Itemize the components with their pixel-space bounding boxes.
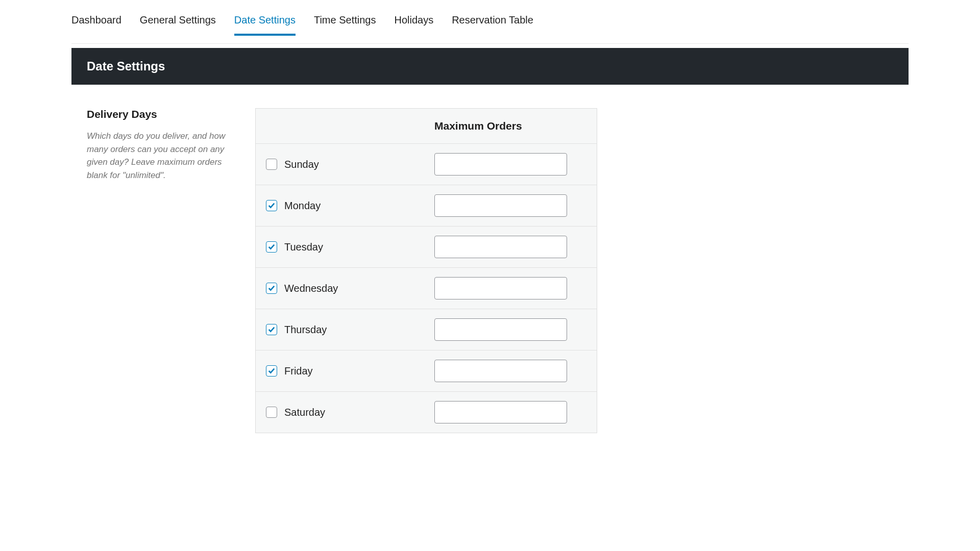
tab-holidays[interactable]: Holidays xyxy=(394,14,433,35)
day-label: Thursday xyxy=(284,324,327,336)
day-label: Sunday xyxy=(284,159,319,170)
table-row: Monday xyxy=(256,185,597,227)
content-area: Delivery Days Which days do you deliver,… xyxy=(71,85,909,433)
day-label: Wednesday xyxy=(284,283,338,294)
max-orders-input-tuesday[interactable] xyxy=(434,236,567,258)
max-orders-input-wednesday[interactable] xyxy=(434,277,567,299)
day-label: Monday xyxy=(284,200,321,212)
table-row: Thursday xyxy=(256,309,597,350)
tab-reservation-table[interactable]: Reservation Table xyxy=(452,14,533,35)
day-checkbox-sunday[interactable] xyxy=(266,159,277,170)
tab-dashboard[interactable]: Dashboard xyxy=(71,14,121,35)
day-checkbox-friday[interactable] xyxy=(266,365,277,377)
max-orders-input-thursday[interactable] xyxy=(434,318,567,341)
table-row: Friday xyxy=(256,350,597,392)
table-header-row: Maximum Orders xyxy=(256,109,597,144)
table-row: Sunday xyxy=(256,144,597,185)
day-label: Saturday xyxy=(284,407,325,418)
section-title: Delivery Days xyxy=(87,108,240,120)
tab-date-settings[interactable]: Date Settings xyxy=(234,14,296,35)
max-orders-input-friday[interactable] xyxy=(434,360,567,382)
tab-time-settings[interactable]: Time Settings xyxy=(314,14,376,35)
day-checkbox-tuesday[interactable] xyxy=(266,241,277,253)
day-checkbox-wednesday[interactable] xyxy=(266,283,277,294)
max-orders-input-saturday[interactable] xyxy=(434,401,567,423)
day-label: Friday xyxy=(284,365,313,377)
max-orders-input-sunday[interactable] xyxy=(434,153,567,176)
section-description: Which days do you deliver, and how many … xyxy=(87,130,240,182)
table-row: Saturday xyxy=(256,392,597,433)
section-sidebar: Delivery Days Which days do you deliver,… xyxy=(87,108,240,433)
max-orders-input-monday[interactable] xyxy=(434,194,567,217)
day-checkbox-thursday[interactable] xyxy=(266,324,277,335)
page-title: Date Settings xyxy=(87,59,893,73)
day-label: Tuesday xyxy=(284,241,323,253)
column-header-max-orders: Maximum Orders xyxy=(434,120,586,132)
table-row: Wednesday xyxy=(256,268,597,309)
tab-bar: DashboardGeneral SettingsDate SettingsTi… xyxy=(71,0,909,44)
tab-general-settings[interactable]: General Settings xyxy=(140,14,216,35)
delivery-days-table: Maximum Orders SundayMondayTuesdayWednes… xyxy=(255,108,597,433)
day-checkbox-monday[interactable] xyxy=(266,200,277,211)
table-row: Tuesday xyxy=(256,227,597,268)
page-banner: Date Settings xyxy=(71,48,909,85)
day-checkbox-saturday[interactable] xyxy=(266,407,277,418)
